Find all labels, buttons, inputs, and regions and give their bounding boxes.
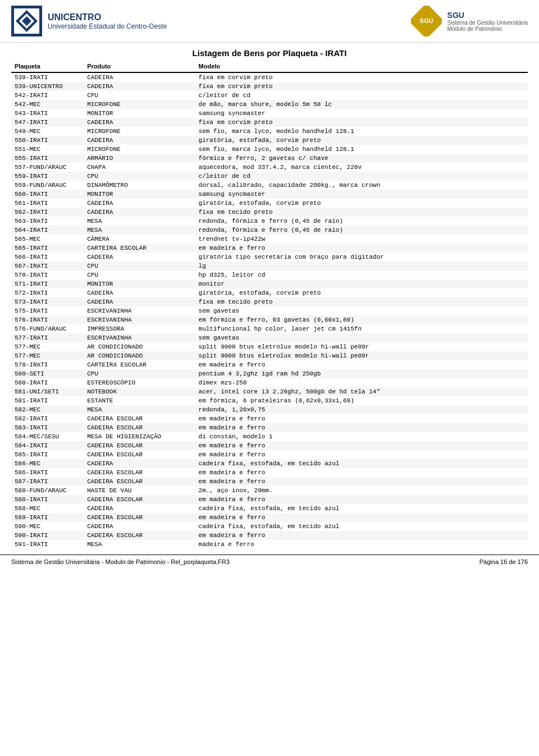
cell-plaqueta: 565-IRATI xyxy=(11,244,84,253)
table-row: 565-IRATICARTEIRA ESCOLARem madeira e fe… xyxy=(11,244,528,253)
table-row: 589-IRATICADEIRA ESCOLARem madeira e fer… xyxy=(11,513,528,522)
cell-produto: CADEIRA xyxy=(84,522,195,531)
cell-produto: MESA xyxy=(84,405,195,414)
cell-modelo: em madeira e ferro xyxy=(195,423,528,432)
table-row: 588-MECCADEIRAcadeira fixa, estofada, em… xyxy=(11,504,528,513)
cell-produto: CÂMERA xyxy=(84,235,195,244)
table-row: 576-FUND/ARAUCIMPRESSORAmultifuncional h… xyxy=(11,324,528,333)
cell-plaqueta: 586-IRATI xyxy=(11,468,84,477)
cell-plaqueta: 588-IRATI xyxy=(11,495,84,504)
cell-modelo: trendnet tv-ip422w xyxy=(195,235,528,244)
cell-plaqueta: 563-IRATI xyxy=(11,217,84,226)
cell-produto: CPU xyxy=(84,91,195,100)
cell-produto: CPU xyxy=(84,271,195,280)
cell-produto: CADEIRA ESCOLAR xyxy=(84,531,195,540)
university-logo xyxy=(11,6,42,36)
cell-plaqueta: 564-IRATI xyxy=(11,226,84,235)
cell-plaqueta: 576-FUND/ARAUC xyxy=(11,324,84,333)
table-row: 581-IRATIESTANTEem fórmica, 6 prateleira… xyxy=(11,396,528,405)
table-row: 549-MECMICROFONEsem fio, marca lyco, mod… xyxy=(11,127,528,136)
cell-produto: MONITOR xyxy=(84,280,195,288)
table-row: 588-FUND/ARAUCHASTE DE VAU2m., aço inox,… xyxy=(11,486,528,495)
cell-produto: ESCRIVANINHA xyxy=(84,315,195,324)
table-row: 587-IRATICADEIRA ESCOLARem madeira e fer… xyxy=(11,477,528,486)
cell-modelo: madeira e ferro xyxy=(195,540,528,549)
cell-produto: CADEIRA xyxy=(84,136,195,145)
cell-plaqueta: 584-MEC/SESU xyxy=(11,432,84,441)
cell-plaqueta: 551-MEC xyxy=(11,145,84,154)
cell-produto: ESCRIVANINHA xyxy=(84,333,195,342)
cell-plaqueta: 542-IRATI xyxy=(11,91,84,100)
cell-produto: DINAMÔMETRO xyxy=(84,181,195,190)
cell-plaqueta: 572-IRATI xyxy=(11,288,84,297)
cell-produto: CARTEIRA ESCOLAR xyxy=(84,360,195,369)
table-row: 551-MECMICROFONEsem fio, marca lyco, mod… xyxy=(11,145,528,154)
cell-plaqueta: 575-IRATI xyxy=(11,306,84,315)
table-row: 542-IRATICPUc/leitor de cd xyxy=(11,91,528,100)
table-row: 559-IRATICPUc/leitor de cd xyxy=(11,172,528,181)
table-row: 583-IRATICADEIRA ESCOLARem madeira e fer… xyxy=(11,423,528,432)
cell-produto: CARTEIRA ESCOLAR xyxy=(84,244,195,253)
table-row: 560-IRATIMONITORsamsung syncmaster xyxy=(11,190,528,199)
table-row: 581-UNI/SETINOTEBOOKacer, intel core i3 … xyxy=(11,387,528,396)
table-row: 585-IRATICADEIRA ESCOLARem madeira e fer… xyxy=(11,450,528,459)
table-row: 591-IRATIMESAmadeira e ferro xyxy=(11,540,528,549)
cell-produto: CADEIRA ESCOLAR xyxy=(84,450,195,459)
cell-modelo: cadeira fixa, estofada, em tecido azul xyxy=(195,522,528,531)
cell-plaqueta: 578-IRATI xyxy=(11,360,84,369)
cell-produto: MONITOR xyxy=(84,109,195,118)
cell-modelo: fixa em tecido preto xyxy=(195,208,528,217)
table-row: 577-IRATIESCRIVANINHAsem gavetas xyxy=(11,333,528,342)
cell-plaqueta: 562-IRATI xyxy=(11,208,84,217)
cell-modelo: aquecedora, mod 337.4.2, marca cientec, … xyxy=(195,163,528,172)
cell-produto: CADEIRA ESCOLAR xyxy=(84,495,195,504)
cell-plaqueta: 587-IRATI xyxy=(11,477,84,486)
cell-plaqueta: 571-IRATI xyxy=(11,280,84,288)
cell-modelo: giratória tipo secretária com braço para… xyxy=(195,253,528,262)
table-row: 557-FUND/ARAUCCHAPAaquecedora, mod 337.4… xyxy=(11,163,528,172)
cell-modelo: dorsal, calibrado, capacidade 200kg., ma… xyxy=(195,181,528,190)
table-header-row: Plaqueta Produto Modelo xyxy=(11,61,528,72)
cell-produto: MONITOR xyxy=(84,190,195,199)
cell-produto: CADEIRA xyxy=(84,504,195,513)
cell-plaqueta: 583-IRATI xyxy=(11,423,84,432)
cell-plaqueta: 557-FUND/ARAUC xyxy=(11,163,84,172)
table-row: 567-IRATICPUlg xyxy=(11,262,528,271)
cell-modelo: em madeira e ferro xyxy=(195,531,528,540)
system-desc2: Módulo de Patrimônio xyxy=(447,26,528,32)
table-row: 584-MEC/SESUMESA DE HIGIENIZAÇÃOdi const… xyxy=(11,432,528,441)
cell-produto: IMPRESSORA xyxy=(84,324,195,333)
cell-plaqueta: 588-MEC xyxy=(11,504,84,513)
cell-produto: CADEIRA ESCOLAR xyxy=(84,477,195,486)
cell-plaqueta: 576-IRATI xyxy=(11,315,84,324)
cell-plaqueta: 581-UNI/SETI xyxy=(11,387,84,396)
cell-modelo: em madeira e ferro xyxy=(195,360,528,369)
cell-produto: ESTANTE xyxy=(84,396,195,405)
cell-produto: CHAPA xyxy=(84,163,195,172)
cell-modelo: lg xyxy=(195,262,528,271)
cell-modelo: samsung syncmaster xyxy=(195,109,528,118)
table-row: 578-IRATICARTEIRA ESCOLARem madeira e fe… xyxy=(11,360,528,369)
cell-plaqueta: 573-IRATI xyxy=(11,297,84,306)
cell-modelo: fixa em corvim preto xyxy=(195,118,528,127)
table-row: 584-IRATICADEIRA ESCOLARem madeira e fer… xyxy=(11,441,528,450)
cell-produto: CADEIRA ESCOLAR xyxy=(84,414,195,423)
table-row: 550-IRATICADEIRAgiratória, estofada, cor… xyxy=(11,136,528,145)
cell-modelo: sem gavetas xyxy=(195,333,528,342)
cell-plaqueta: 549-MEC xyxy=(11,127,84,136)
table-row: 577-MECAR CONDICIONADOsplit 9000 btus el… xyxy=(11,342,528,351)
cell-modelo: em madeira e ferro xyxy=(195,477,528,486)
cell-modelo: cadeira fixa, estofada, em tecido azul xyxy=(195,504,528,513)
cell-modelo: em fórmica e ferro, 03 gavetas (0,60x1,6… xyxy=(195,315,528,324)
cell-modelo: sem fio, marca lyco, modelo handheld 128… xyxy=(195,127,528,136)
cell-plaqueta: 560-IRATI xyxy=(11,190,84,199)
cell-modelo: em madeira e ferro xyxy=(195,513,528,522)
cell-modelo: c/leitor de cd xyxy=(195,91,528,100)
university-name-block: UNICENTRO Universidade Estadual do Centr… xyxy=(48,12,167,30)
page-footer: Sistema de Gestão Universitária - Modulo… xyxy=(0,555,539,569)
cell-plaqueta: 542-MEC xyxy=(11,100,84,109)
table-row: 580-IRATIESTEREOSCÓPIOdimex mzs-250 xyxy=(11,378,528,387)
cell-produto: CADEIRA xyxy=(84,118,195,127)
cell-produto: ARMÁRIO xyxy=(84,154,195,163)
cell-plaqueta: 588-FUND/ARAUC xyxy=(11,486,84,495)
